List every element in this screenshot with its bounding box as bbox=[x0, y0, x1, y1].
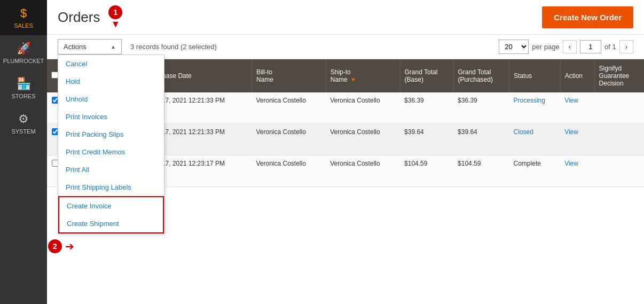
sidebar-item-system[interactable]: ⚙ SYSTEM bbox=[0, 106, 47, 141]
step2-badge: 2 bbox=[48, 239, 62, 253]
dropdown-item-print-shipping-labels[interactable]: Print Shipping Labels bbox=[58, 178, 164, 196]
actions-dropdown-wrapper: Actions ▲ Cancel Hold Unhold Print Invoi… bbox=[58, 39, 122, 54]
cell-bill-to-name: Veronica Costello bbox=[252, 124, 326, 155]
main-content: Orders 1 ▼ Create New Order Actions ▲ Ca… bbox=[47, 0, 644, 304]
cell-signifyd bbox=[594, 124, 644, 155]
toolbar: Actions ▲ Cancel Hold Unhold Print Invoi… bbox=[47, 35, 644, 59]
actions-arrow-icon: ▲ bbox=[111, 44, 116, 50]
cell-signifyd bbox=[594, 92, 644, 124]
step1-indicator: 1 ▼ bbox=[108, 5, 122, 29]
cell-grand-total-purchased: $39.64 bbox=[453, 124, 509, 155]
actions-dropdown-menu: Cancel Hold Unhold Print Invoices Print … bbox=[58, 54, 164, 234]
step1-badge: 1 bbox=[108, 5, 122, 19]
next-page-button[interactable]: › bbox=[619, 40, 633, 53]
th-status: Status bbox=[509, 59, 561, 92]
dropdown-item-unhold[interactable]: Unhold bbox=[58, 90, 164, 108]
sidebar-label-stores: STORES bbox=[11, 93, 35, 99]
th-action: Action bbox=[560, 59, 594, 92]
th-grand-total-purchased: Grand Total(Purchased) bbox=[453, 59, 509, 92]
sidebar-item-plumrocket[interactable]: 🚀 PLUMROCKET bbox=[0, 35, 47, 71]
actions-button[interactable]: Actions ▲ bbox=[58, 39, 122, 54]
per-page-label: per page bbox=[532, 43, 559, 51]
dropdown-item-print-credit-memos[interactable]: Print Credit Memos bbox=[58, 143, 164, 161]
cell-ship-to-name: Veronica Costello bbox=[326, 155, 400, 187]
cell-action: View bbox=[560, 155, 594, 187]
cell-signifyd bbox=[594, 155, 644, 187]
create-new-order-button[interactable]: Create New Order bbox=[542, 6, 633, 28]
cell-status: Complete bbox=[509, 155, 561, 187]
sidebar-item-sales[interactable]: $ SALES bbox=[0, 0, 47, 35]
dropdown-item-create-shipment[interactable]: Create Shipment bbox=[59, 215, 163, 232]
cell-action: View bbox=[560, 124, 594, 155]
records-info: 3 records found (2 selected) bbox=[130, 43, 217, 51]
dropdown-item-create-invoice[interactable]: Create Invoice bbox=[59, 197, 163, 215]
prev-page-button[interactable]: ‹ bbox=[563, 40, 577, 53]
sort-icon: ▼ bbox=[350, 76, 356, 83]
cell-status: Processing bbox=[509, 92, 561, 124]
dropdown-item-print-all[interactable]: Print All bbox=[58, 161, 164, 178]
sidebar-label-plumrocket: PLUMROCKET bbox=[3, 58, 44, 64]
cell-grand-total-base: $39.64 bbox=[400, 124, 453, 155]
cell-action: View bbox=[560, 92, 594, 124]
sidebar-label-system: SYSTEM bbox=[11, 128, 35, 135]
pagination: 20 50 100 per page ‹ of 1 › bbox=[499, 40, 633, 54]
th-grand-total-base: Grand Total(Base) bbox=[400, 59, 453, 92]
dropdown-item-hold[interactable]: Hold bbox=[58, 73, 164, 90]
view-link[interactable]: View bbox=[564, 97, 578, 104]
cell-ship-to-name: Veronica Costello bbox=[326, 92, 400, 124]
sidebar-item-stores[interactable]: 🏪 STORES bbox=[0, 71, 47, 106]
cell-ship-to-name: Veronica Costello bbox=[326, 124, 400, 155]
sidebar: $ SALES 🚀 PLUMROCKET 🏪 STORES ⚙ SYSTEM bbox=[0, 0, 47, 304]
step2-arrow: ➔ bbox=[65, 241, 74, 252]
actions-label: Actions bbox=[64, 43, 87, 51]
highlighted-group: Create Invoice Create Shipment bbox=[58, 196, 164, 233]
cell-grand-total-base: $36.39 bbox=[400, 92, 453, 124]
th-bill-to-name: Bill-toName bbox=[252, 59, 326, 92]
step2-wrapper: 2 ➔ bbox=[48, 239, 74, 253]
cell-bill-to-name: Veronica Costello bbox=[252, 92, 326, 124]
view-link[interactable]: View bbox=[564, 160, 578, 167]
step1-arrow: ▼ bbox=[111, 19, 121, 29]
cell-bill-to-name: Veronica Costello bbox=[252, 155, 326, 187]
page-input[interactable] bbox=[580, 40, 601, 53]
plumrocket-icon: 🚀 bbox=[17, 42, 31, 56]
top-bar: Orders 1 ▼ Create New Order bbox=[47, 0, 644, 35]
system-icon: ⚙ bbox=[18, 112, 29, 126]
th-ship-to-name: Ship-toName ▼ bbox=[326, 59, 400, 92]
dropdown-item-print-invoices[interactable]: Print Invoices bbox=[58, 108, 164, 126]
dropdown-item-print-packing-slips[interactable]: Print Packing Slips bbox=[58, 126, 164, 143]
cell-grand-total-purchased: $36.39 bbox=[453, 92, 509, 124]
cell-grand-total-purchased: $104.59 bbox=[453, 155, 509, 187]
of-label: of 1 bbox=[604, 43, 616, 51]
page-title: Orders bbox=[58, 9, 100, 26]
stores-icon: 🏪 bbox=[17, 77, 31, 91]
th-signifyd: SignifydGuaranteeDecision bbox=[594, 59, 644, 92]
sidebar-label-sales: SALES bbox=[14, 22, 33, 29]
per-page-select[interactable]: 20 50 100 bbox=[499, 40, 529, 54]
dropdown-item-cancel[interactable]: Cancel bbox=[58, 55, 164, 73]
sales-icon: $ bbox=[20, 6, 27, 20]
cell-grand-total-base: $104.59 bbox=[400, 155, 453, 187]
cell-status: Closed bbox=[509, 124, 561, 155]
view-link[interactable]: View bbox=[564, 128, 578, 136]
